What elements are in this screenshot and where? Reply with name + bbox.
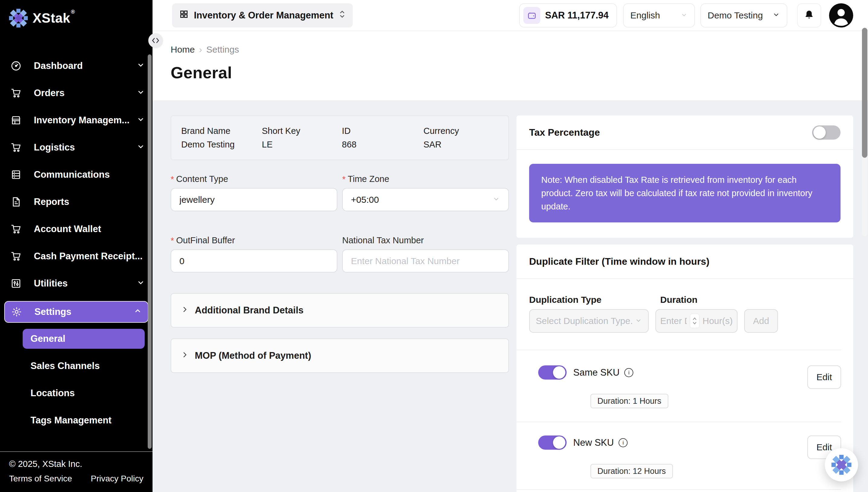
breadcrumb-separator-icon: ›	[199, 44, 202, 55]
tax-percentage-toggle[interactable]	[812, 125, 841, 140]
info-icon[interactable]: i	[624, 368, 633, 377]
number-stepper-icon[interactable]	[690, 314, 700, 328]
sidebar-item-cash-payment-receipt[interactable]: Cash Payment Receipt...	[9, 247, 144, 266]
tax-percentage-title: Tax Percentage	[529, 127, 600, 138]
currency-value: SAR	[423, 140, 508, 150]
notifications-button[interactable]	[797, 3, 821, 27]
sidebar-subitem-general[interactable]: General	[23, 329, 144, 349]
national-tax-number-input[interactable]	[342, 249, 509, 273]
brand-logo[interactable]: XStak®	[0, 0, 153, 30]
duplication-type-label: Duplication Type	[529, 295, 660, 305]
duration-input-group[interactable]: Enter Dup... Hour(s)	[655, 309, 738, 333]
duration-label: Duration	[660, 295, 698, 305]
sidebar-scrollbar[interactable]	[148, 54, 152, 449]
sidebar-item-dashboard[interactable]: Dashboard	[9, 56, 144, 76]
product-switcher[interactable]: Inventory & Order Management	[172, 3, 353, 27]
id-value: 868	[342, 140, 423, 150]
sidebar-item-utilities[interactable]: Utilities	[9, 274, 144, 293]
chevron-down-icon	[137, 115, 144, 125]
sidebar-item-communications[interactable]: Communications	[9, 165, 144, 184]
new-sku-label: New SKU	[573, 437, 614, 448]
sidebar-item-orders[interactable]: Orders	[9, 83, 144, 103]
wallet-balance-pill[interactable]: SAR 11,177.94	[519, 3, 617, 27]
new-sku-toggle[interactable]	[538, 436, 567, 450]
time-zone-label: Time Zone	[348, 174, 389, 184]
sidebar-item-settings[interactable]: Settings	[4, 301, 148, 323]
new-sku-duration-badge: Duration: 12 Hours	[590, 464, 673, 478]
sidebar-item-account-wallet[interactable]: Account Wallet	[9, 219, 144, 239]
user-avatar[interactable]	[829, 3, 853, 27]
outfinal-buffer-input[interactable]	[170, 249, 337, 273]
duration-suffix: Hour(s)	[703, 316, 733, 326]
sidebar-collapse-button[interactable]	[148, 33, 163, 48]
page-title: General	[170, 63, 868, 82]
same-sku-duration-badge: Duration: 1 Hours	[590, 394, 668, 408]
chevron-up-icon	[134, 307, 142, 317]
time-zone-field: *Time Zone +05:00	[342, 174, 509, 211]
cart-icon	[9, 224, 23, 235]
duplication-type-select[interactable]: Select Duplication Type.	[529, 309, 649, 333]
page-scrollbar-thumb[interactable]	[862, 28, 867, 158]
outfinal-buffer-field: *OutFinal Buffer	[170, 236, 337, 273]
brand-select[interactable]: Demo Testing	[701, 3, 787, 27]
store-icon	[9, 115, 23, 126]
time-zone-select[interactable]: +05:00	[342, 188, 509, 211]
brand-name-label: Brand Name	[181, 126, 262, 136]
sidebar-nav: Dashboard Orders Inventory Managem...	[0, 30, 153, 451]
currency-label: Currency	[423, 126, 508, 136]
same-sku-label: Same SKU	[573, 367, 620, 378]
chevron-down-icon	[137, 278, 144, 289]
sidebar-subitem-tags-management[interactable]: Tags Management	[23, 411, 144, 430]
same-sku-edit-button[interactable]: Edit	[807, 365, 841, 389]
info-icon[interactable]: i	[619, 438, 628, 447]
sidebar-subitem-sales-channels[interactable]: Sales Channels	[23, 356, 144, 376]
content-type-input[interactable]	[170, 188, 337, 211]
short-key-value: LE	[262, 140, 342, 150]
wallet-icon	[523, 7, 540, 24]
breadcrumb-home[interactable]: Home	[170, 44, 195, 55]
brand-name-value: Demo Testing	[181, 140, 262, 150]
dashboard-icon	[9, 60, 23, 71]
xstak-logo-icon	[832, 455, 851, 475]
form-row-1: *Content Type *Time Zone +05:00	[170, 174, 509, 211]
sidebar-item-logistics[interactable]: Logistics	[9, 138, 144, 157]
updown-chevron-icon	[339, 10, 345, 21]
chevron-down-icon	[492, 195, 500, 205]
sidebar-item-reports[interactable]: Reports	[9, 192, 144, 212]
topbar: Inventory & Order Management SAR 11,177.…	[153, 0, 868, 31]
sidebar-item-inventory-management[interactable]: Inventory Managem...	[9, 110, 144, 130]
add-button[interactable]: Add	[744, 309, 778, 333]
privacy-policy-link[interactable]: Privacy Policy	[91, 474, 143, 484]
new-sku-row: New SKU i Edit Duration: 12 Hours	[517, 422, 841, 489]
cart-icon	[9, 251, 23, 262]
chevron-down-icon	[680, 10, 688, 21]
clipped-sku-row	[517, 489, 841, 492]
server-icon	[9, 169, 23, 180]
main-area: Inventory & Order Management SAR 11,177.…	[153, 0, 868, 492]
cart-icon	[9, 142, 23, 153]
grid-icon	[179, 10, 188, 21]
page-content: Brand Name Short Key ID Currency Demo Te…	[153, 100, 868, 492]
tax-note: Note: When disabled Tax Rate is retrieve…	[529, 164, 841, 222]
required-marker: *	[170, 174, 174, 184]
additional-brand-details-accordion[interactable]: Additional Brand Details	[170, 293, 509, 327]
general-settings-column: Brand Name Short Key ID Currency Demo Te…	[170, 116, 509, 492]
duplicate-filter-title: Duplicate Filter (Time window in hours)	[529, 256, 709, 267]
short-key-label: Short Key	[262, 126, 342, 136]
document-icon	[9, 196, 23, 207]
language-select[interactable]: English	[623, 3, 695, 27]
chevron-down-icon	[137, 61, 144, 71]
sliders-icon	[9, 278, 23, 289]
national-tax-number-field: National Tax Number	[342, 236, 509, 273]
same-sku-toggle[interactable]	[538, 365, 567, 379]
floating-assistant-button[interactable]	[825, 448, 858, 482]
form-row-2: *OutFinal Buffer National Tax Number	[170, 236, 509, 273]
id-label: ID	[342, 126, 423, 136]
mop-accordion[interactable]: MOP (Method of Payment)	[170, 339, 509, 373]
outfinal-buffer-label: OutFinal Buffer	[176, 236, 235, 245]
copyright-text: © 2025, XStak Inc.	[9, 459, 143, 469]
breadcrumb-current: Settings	[206, 44, 239, 55]
terms-of-service-link[interactable]: Terms of Service	[9, 474, 72, 484]
sidebar-subitem-locations[interactable]: Locations	[23, 383, 144, 403]
chevron-down-icon	[635, 316, 642, 326]
